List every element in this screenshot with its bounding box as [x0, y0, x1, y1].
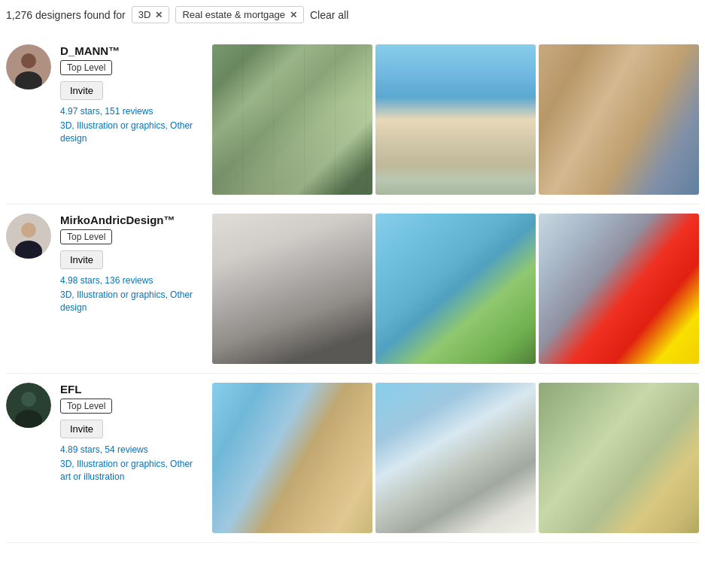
filter-bar: 1,276 designers found for 3D ✕ Real esta…	[6, 6, 699, 23]
svg-point-7	[21, 392, 36, 407]
filter-tag-realestate-remove[interactable]: ✕	[290, 10, 297, 20]
designer-level-efl: Top Level	[60, 399, 112, 414]
filter-tag-3d: 3D ✕	[132, 6, 170, 23]
avatar-d_mann	[6, 44, 51, 89]
portfolio-img-mirko-2[interactable]	[539, 214, 699, 364]
clear-all-link[interactable]: Clear all	[310, 9, 348, 21]
designer-tags-efl: 3D, Illustration or graphics, Other art …	[60, 458, 203, 483]
avatar-efl	[6, 383, 51, 428]
designer-level-d_mann: Top Level	[60, 60, 112, 75]
portfolio-img-efl-2[interactable]	[539, 383, 699, 533]
portfolio-mirko	[212, 214, 699, 364]
svg-point-1	[21, 53, 36, 68]
filter-tag-realestate-label: Real estate & mortgage	[182, 9, 285, 20]
designer-card-mirko: MirkoAndricDesign™ Top Level Invite 4.98…	[6, 205, 699, 374]
portfolio-efl	[212, 383, 699, 533]
portfolio-img-d_mann-2[interactable]	[539, 44, 699, 195]
filter-tag-3d-label: 3D	[138, 9, 151, 20]
portfolio-img-mirko-0[interactable]	[212, 214, 372, 364]
svg-point-4	[21, 223, 36, 238]
portfolio-d_mann	[212, 44, 699, 195]
filter-tag-3d-remove[interactable]: ✕	[155, 10, 163, 20]
designer-tags-mirko: 3D, Illustration or graphics, Other desi…	[60, 289, 203, 314]
avatar-mirko	[6, 214, 51, 259]
designer-tags-d_mann: 3D, Illustration or graphics, Other desi…	[60, 120, 203, 145]
designer-card-d_mann: D_MANN™ Top Level Invite 4.97 stars, 151…	[6, 35, 699, 205]
invite-button-mirko[interactable]: Invite	[60, 250, 103, 269]
filter-tag-realestate: Real estate & mortgage ✕	[175, 6, 304, 23]
designer-name-efl: EFL	[60, 383, 203, 396]
portfolio-img-mirko-1[interactable]	[375, 214, 536, 364]
portfolio-img-efl-1[interactable]	[375, 383, 536, 533]
designer-name-d_mann: D_MANN™	[60, 44, 203, 57]
designer-name-mirko: MirkoAndricDesign™	[60, 214, 203, 226]
designer-info-efl: EFL Top Level Invite 4.89 stars, 54 revi…	[60, 383, 203, 483]
designer-level-mirko: Top Level	[60, 229, 112, 244]
portfolio-img-d_mann-1[interactable]	[375, 44, 536, 195]
designer-stars-d_mann: 4.97 stars, 151 reviews	[60, 106, 203, 117]
designer-stars-efl: 4.89 stars, 54 reviews	[60, 444, 203, 455]
designers-list: D_MANN™ Top Level Invite 4.97 stars, 151…	[6, 35, 699, 543]
designer-card-efl: EFL Top Level Invite 4.89 stars, 54 revi…	[6, 374, 699, 543]
invite-button-efl[interactable]: Invite	[60, 420, 103, 438]
designer-info-mirko: MirkoAndricDesign™ Top Level Invite 4.98…	[60, 214, 203, 314]
portfolio-img-efl-0[interactable]	[212, 383, 372, 533]
designer-info-d_mann: D_MANN™ Top Level Invite 4.97 stars, 151…	[60, 44, 203, 145]
filter-count: 1,276 designers found for	[6, 9, 126, 21]
designer-stars-mirko: 4.98 stars, 136 reviews	[60, 275, 203, 286]
invite-button-d_mann[interactable]: Invite	[60, 81, 103, 100]
portfolio-img-d_mann-0[interactable]	[212, 44, 372, 195]
